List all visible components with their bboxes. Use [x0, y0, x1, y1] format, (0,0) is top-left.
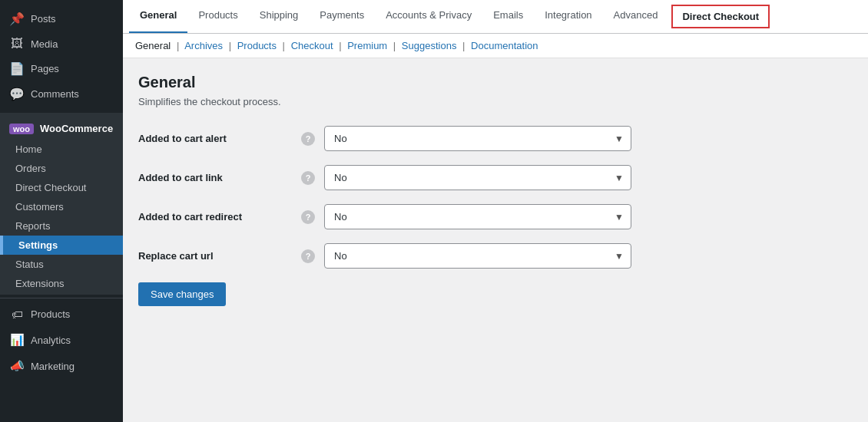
- sidebar-item-orders[interactable]: Orders: [0, 159, 123, 178]
- sidebar-divider: [0, 298, 123, 298]
- sidebar-item-pages[interactable]: 📄 Pages: [0, 56, 123, 81]
- content-area: General Simplifies the checkout process.…: [123, 58, 868, 321]
- cart-link-label: Added to cart link: [138, 172, 292, 183]
- breadcrumb: General | Archives | Products | Checkout…: [123, 34, 868, 58]
- sidebar-item-comments[interactable]: 💬 Comments: [0, 81, 123, 107]
- sidebar-item-home[interactable]: Home: [0, 140, 123, 159]
- cart-link-help-icon[interactable]: ?: [301, 171, 315, 185]
- tab-general[interactable]: General: [129, 0, 187, 33]
- sidebar-item-direct-checkout[interactable]: Direct Checkout: [0, 178, 123, 197]
- page-subtitle: Simplifies the checkout process.: [138, 96, 853, 107]
- cart-redirect-help-icon[interactable]: ?: [301, 210, 315, 224]
- cart-alert-label: Added to cart alert: [138, 133, 292, 144]
- sidebar-item-label: Marketing: [31, 361, 75, 372]
- tab-integration[interactable]: Integration: [534, 0, 602, 33]
- sidebar-item-label: Pages: [31, 63, 59, 74]
- comments-icon: 💬: [9, 87, 25, 101]
- sidebar-item-settings[interactable]: Settings: [0, 236, 123, 255]
- form-row-cart-link: Added to cart link ? No Yes ▼: [138, 165, 853, 190]
- sidebar-item-label: Media: [31, 38, 58, 50]
- tab-payments[interactable]: Payments: [309, 0, 375, 33]
- tab-advanced[interactable]: Advanced: [603, 0, 669, 33]
- tab-emails[interactable]: Emails: [482, 0, 534, 33]
- breadcrumb-premium[interactable]: Premium: [347, 40, 387, 51]
- cart-link-select-wrapper: No Yes ▼: [324, 165, 631, 190]
- form-row-replace-cart-url: Replace cart url ? No Yes ▼: [138, 243, 853, 269]
- analytics-icon: 📊: [9, 333, 25, 347]
- tab-direct-checkout[interactable]: Direct Checkout: [671, 5, 770, 28]
- cart-alert-help-icon[interactable]: ?: [301, 132, 315, 146]
- breadcrumb-archives[interactable]: Archives: [184, 40, 223, 51]
- sidebar-item-analytics[interactable]: 📊 Analytics: [0, 327, 123, 353]
- sidebar-top-items: 📌 Posts 🖼 Media 📄 Pages 💬 Comments: [0, 0, 123, 113]
- sidebar: 📌 Posts 🖼 Media 📄 Pages 💬 Comments woo W…: [0, 0, 123, 422]
- sidebar-item-label: Comments: [31, 88, 79, 100]
- sidebar-item-label: Posts: [31, 13, 56, 25]
- sidebar-item-customers[interactable]: Customers: [0, 197, 123, 216]
- cart-redirect-select[interactable]: No Yes: [324, 204, 631, 229]
- pages-icon: 📄: [9, 61, 25, 76]
- sidebar-item-marketing[interactable]: 📣 Marketing: [0, 353, 123, 379]
- woocommerce-header[interactable]: woo WooCommerce: [0, 117, 123, 140]
- posts-icon: 📌: [9, 12, 25, 26]
- tab-shipping[interactable]: Shipping: [249, 0, 310, 33]
- tab-accounts-privacy[interactable]: Accounts & Privacy: [375, 0, 482, 33]
- breadcrumb-products[interactable]: Products: [237, 40, 277, 51]
- main-content: General Products Shipping Payments Accou…: [123, 0, 868, 422]
- breadcrumb-checkout[interactable]: Checkout: [291, 40, 333, 51]
- form-row-cart-alert: Added to cart alert ? No Yes ▼: [138, 126, 853, 151]
- sidebar-item-extensions[interactable]: Extensions: [0, 274, 123, 293]
- cart-alert-select-wrapper: No Yes ▼: [324, 126, 631, 151]
- sidebar-item-label: Analytics: [31, 335, 71, 346]
- replace-cart-url-help-icon[interactable]: ?: [301, 249, 315, 263]
- tabs-bar: General Products Shipping Payments Accou…: [123, 0, 868, 34]
- woocommerce-section: woo WooCommerce Home Orders Direct Check…: [0, 113, 123, 295]
- replace-cart-url-label: Replace cart url: [138, 250, 292, 262]
- media-icon: 🖼: [9, 37, 25, 51]
- cart-redirect-label: Added to cart redirect: [138, 211, 292, 223]
- replace-cart-url-select[interactable]: No Yes: [324, 243, 631, 269]
- replace-cart-url-select-wrapper: No Yes ▼: [324, 243, 631, 269]
- page-title: General: [138, 74, 853, 91]
- cart-link-select[interactable]: No Yes: [324, 165, 631, 190]
- breadcrumb-documentation[interactable]: Documentation: [471, 40, 538, 51]
- cart-alert-select[interactable]: No Yes: [324, 126, 631, 151]
- woo-badge: woo: [9, 124, 34, 134]
- products-icon: 🏷: [9, 308, 25, 321]
- sidebar-item-products[interactable]: 🏷 Products: [0, 302, 123, 327]
- form-row-cart-redirect: Added to cart redirect ? No Yes ▼: [138, 204, 853, 229]
- sidebar-item-reports[interactable]: Reports: [0, 216, 123, 236]
- tab-products[interactable]: Products: [187, 0, 248, 33]
- marketing-icon: 📣: [9, 359, 25, 373]
- woocommerce-label: WooCommerce: [40, 123, 113, 134]
- sidebar-item-media[interactable]: 🖼 Media: [0, 31, 123, 56]
- breadcrumb-general: General: [135, 40, 171, 51]
- breadcrumb-suggestions[interactable]: Suggestions: [402, 40, 457, 51]
- sidebar-item-posts[interactable]: 📌 Posts: [0, 6, 123, 31]
- save-button[interactable]: Save changes: [138, 282, 226, 306]
- sidebar-item-status[interactable]: Status: [0, 255, 123, 274]
- sidebar-item-label: Products: [31, 308, 70, 320]
- cart-redirect-select-wrapper: No Yes ▼: [324, 204, 631, 229]
